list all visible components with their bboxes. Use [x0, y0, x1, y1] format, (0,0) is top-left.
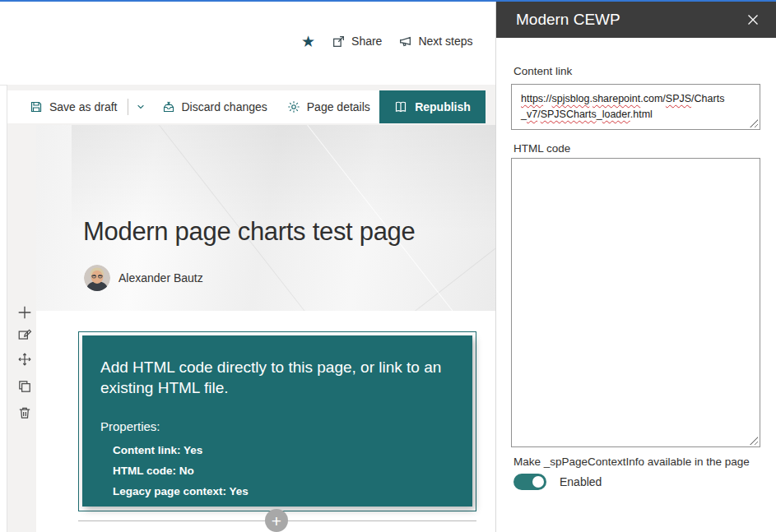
author-row: Alexander Bautz [84, 265, 203, 291]
content-link-text-line: https://spjsblog.sharepoint.com/SPJS/Cha… [521, 91, 750, 107]
chevron-down-icon[interactable] [136, 102, 146, 112]
page-title[interactable]: Modern page charts test page [83, 217, 415, 247]
save-as-draft-button[interactable]: Save as draft [30, 100, 118, 113]
webpart-property: HTML code: No [113, 460, 449, 481]
resize-handle-icon[interactable] [750, 119, 758, 127]
html-code-label: HTML code [513, 142, 570, 155]
page-actions: ★ Share Next steps [301, 31, 473, 51]
move-section-icon[interactable] [17, 352, 32, 367]
save-icon [30, 100, 43, 113]
close-icon[interactable] [746, 13, 760, 26]
cewp-webpart[interactable]: Add HTML code directly to this page, or … [82, 335, 472, 507]
save-as-draft-label: Save as draft [49, 100, 118, 113]
share-button[interactable]: Share [332, 35, 382, 49]
webpart-property: Content link: Yes [113, 440, 449, 460]
content-link-text-line: _v7/SPJSCharts_loader.html [521, 107, 750, 123]
resize-handle-icon[interactable] [750, 437, 758, 445]
banner-decor-line [415, 125, 496, 311]
share-icon [332, 35, 346, 49]
title-banner: Modern page charts test page [36, 125, 496, 311]
content-link-label: Content link [513, 65, 572, 77]
author-avatar [84, 265, 110, 291]
discard-changes-button[interactable]: Discard changes [162, 100, 267, 113]
discard-icon [162, 100, 175, 113]
page-canvas: Modern page charts test page [36, 125, 496, 532]
share-label: Share [351, 35, 382, 48]
book-icon [394, 100, 407, 113]
page-context-label: Make _spPageContextInfo available in the… [513, 456, 750, 468]
panel-body: Content link https://spjsblog.sharepoint… [496, 38, 776, 532]
republish-label: Republish [415, 100, 471, 113]
discard-changes-label: Discard changes [182, 100, 267, 113]
webpart-message: Add HTML code directly to this page, or … [100, 357, 449, 398]
edit-section-icon[interactable] [17, 327, 32, 342]
megaphone-icon [398, 35, 412, 49]
panel-header: Modern CEWP [496, 2, 776, 38]
page-command-bar: Save as draft Discard changes [7, 90, 486, 123]
page-context-toggle-row: Enabled [513, 474, 602, 490]
main-area: ★ Share Next steps [0, 2, 495, 532]
command-divider [128, 99, 128, 115]
duplicate-section-icon[interactable] [17, 379, 32, 394]
panel-title: Modern CEWP [516, 11, 620, 29]
webpart-properties-label: Properties: [100, 419, 449, 433]
webpart-properties-list: Content link: YesHTML code: NoLegacy pag… [113, 440, 449, 502]
gear-icon [287, 100, 300, 113]
delete-section-icon[interactable] [17, 405, 32, 420]
page-details-button[interactable]: Page details [287, 100, 370, 113]
app-root: ★ Share Next steps [0, 0, 776, 532]
add-webpart-button[interactable]: + [265, 509, 288, 532]
next-steps-button[interactable]: Next steps [398, 35, 472, 49]
add-section-icon[interactable] [17, 305, 32, 320]
edit-workspace: Save as draft Discard changes [7, 85, 495, 532]
webpart-property-panel: Modern CEWP Content link https://spjsblo… [495, 2, 776, 532]
webpart-property: Legacy page context: Yes [113, 481, 449, 502]
follow-star-icon[interactable]: ★ [301, 34, 315, 49]
html-code-input[interactable] [511, 158, 760, 447]
page-context-toggle[interactable] [513, 474, 546, 490]
webpart-section: Add HTML code directly to this page, or … [36, 311, 496, 532]
page-details-label: Page details [307, 100, 370, 113]
content-link-input[interactable]: https://spjsblog.sharepoint.com/SPJS/Cha… [511, 84, 760, 130]
author-name[interactable]: Alexander Bautz [118, 271, 203, 285]
toggle-state-label: Enabled [560, 475, 602, 488]
next-steps-label: Next steps [418, 35, 472, 48]
republish-button[interactable]: Republish [379, 90, 486, 123]
